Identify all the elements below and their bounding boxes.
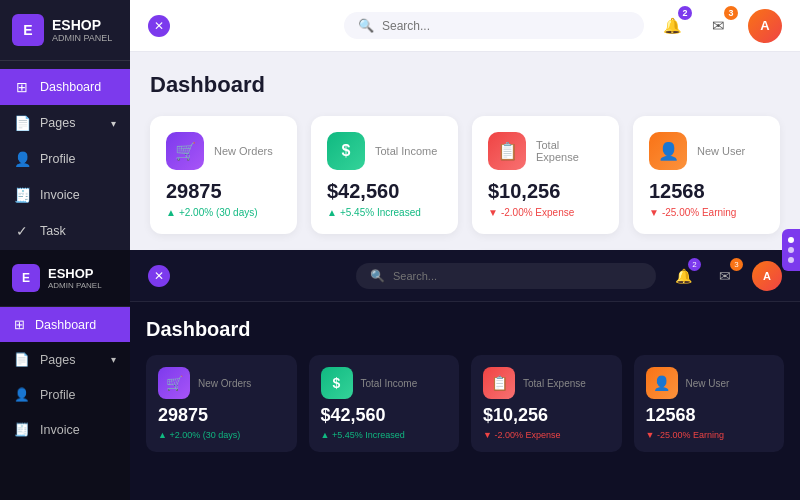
stat-card-income: $ Total Income $42,560 ▲ +5.45% Increase… (311, 116, 458, 234)
dark-nav-profile[interactable]: 👤 Profile (0, 377, 130, 412)
close-button[interactable]: ✕ (148, 15, 170, 37)
dark-close-button[interactable]: ✕ (148, 265, 170, 287)
dark-nav-invoice[interactable]: 🧾 Invoice (0, 412, 130, 447)
down-arrow-icon: ▼ (649, 207, 659, 218)
logo-text: ESHOP ADMIN PANEL (52, 17, 112, 43)
dark-brand-name: ESHOP (48, 266, 102, 281)
notifications-button[interactable]: 🔔 2 (656, 10, 688, 42)
sidebar-label-dashboard: Dashboard (40, 80, 101, 94)
brand-name: ESHOP (52, 17, 112, 33)
dark-logo-icon: E (12, 264, 40, 292)
right-tab[interactable] (782, 229, 800, 271)
dark-invoice-icon: 🧾 (14, 422, 30, 437)
tab-dot-3 (788, 257, 794, 263)
profile-icon: 👤 (14, 151, 30, 167)
expense-change: ▼ -2.00% Expense (488, 207, 603, 218)
users-value: 12568 (649, 180, 764, 203)
search-icon: 🔍 (358, 18, 374, 33)
orders-change: ▲ +2.00% (30 days) (166, 207, 281, 218)
up-arrow-icon: ▲ (166, 207, 176, 218)
pages-icon: 📄 (14, 115, 30, 131)
sidebar-label-profile: Profile (40, 152, 75, 166)
sidebar-label-task: Task (40, 224, 66, 238)
income-label: Total Income (375, 145, 437, 157)
dark-users-change: ▼ -25.00% Earning (646, 430, 773, 440)
dark-messages-button[interactable]: ✉ 3 (710, 261, 740, 291)
dark-main-content: Dashboard 🛒 New Orders 29875 ▲ +2.00% (3… (130, 302, 800, 500)
sidebar-item-invoice[interactable]: 🧾 Invoice (0, 177, 130, 213)
dark-bell-badge: 2 (688, 258, 701, 271)
dark-stat-orders: 🛒 New Orders 29875 ▲ +2.00% (30 days) (146, 355, 297, 452)
down-arrow-icon: ▼ (488, 207, 498, 218)
dark-orders-value: 29875 (158, 405, 285, 426)
dark-orders-icon: 🛒 (158, 367, 190, 399)
dark-pages-icon: 📄 (14, 352, 30, 367)
dark-search-icon: 🔍 (370, 269, 385, 283)
up-arrow-icon: ▲ (327, 207, 337, 218)
income-change: ▲ +5.45% Increased (327, 207, 442, 218)
dark-stat-income: $ Total Income $42,560 ▲ +5.45% Increase… (309, 355, 460, 452)
dark-label-invoice: Invoice (40, 423, 80, 437)
stat-card-orders: 🛒 New Orders 29875 ▲ +2.00% (30 days) (150, 116, 297, 234)
invoice-icon: 🧾 (14, 187, 30, 203)
dark-mail-badge: 3 (730, 258, 743, 271)
logo-icon: E (12, 14, 44, 46)
search-bar[interactable]: 🔍 (344, 12, 644, 39)
expense-icon: 📋 (488, 132, 526, 170)
dark-label-profile: Profile (40, 388, 75, 402)
dark-expense-change: ▼ -2.00% Expense (483, 430, 610, 440)
chevron-down-icon: ▾ (111, 118, 116, 129)
dashboard-icon: ⊞ (14, 79, 30, 95)
dark-income-value: $42,560 (321, 405, 448, 426)
bell-badge: 2 (678, 6, 692, 20)
tab-dot-1 (788, 237, 794, 243)
dark-income-icon: $ (321, 367, 353, 399)
user-avatar[interactable]: A (748, 9, 782, 43)
page-title: Dashboard (150, 72, 780, 98)
search-input[interactable] (382, 19, 630, 33)
orders-icon: 🛒 (166, 132, 204, 170)
users-icon: 👤 (649, 132, 687, 170)
dark-logo: E ESHOP ADMIN PANEL (0, 250, 130, 307)
orders-label: New Orders (214, 145, 273, 157)
dark-sidebar: E ESHOP ADMIN PANEL ⊞ Dashboard 📄 Pages … (0, 250, 130, 500)
messages-button[interactable]: ✉ 3 (702, 10, 734, 42)
dark-income-change: ▲ +5.45% Increased (321, 430, 448, 440)
topbar-icons: 🔔 2 ✉ 3 A (656, 9, 782, 43)
dark-user-avatar[interactable]: A (752, 261, 782, 291)
tab-dot-2 (788, 247, 794, 253)
users-label: New User (697, 145, 745, 157)
users-change: ▼ -25.00% Earning (649, 207, 764, 218)
dark-stats-row: 🛒 New Orders 29875 ▲ +2.00% (30 days) $ … (146, 355, 784, 452)
dark-users-icon: 👤 (646, 367, 678, 399)
brand-sub: ADMIN PANEL (52, 33, 112, 43)
dark-notifications-button[interactable]: 🔔 2 (668, 261, 698, 291)
expense-label: Total Expense (536, 139, 603, 163)
sidebar-item-dashboard[interactable]: ⊞ Dashboard (0, 69, 130, 105)
sidebar-item-profile[interactable]: 👤 Profile (0, 141, 130, 177)
dark-orders-label: New Orders (198, 378, 251, 389)
dark-search-bar[interactable]: 🔍 (356, 263, 656, 289)
topbar: ✕ 🔍 🔔 2 ✉ 3 A (130, 0, 800, 52)
dark-page-title: Dashboard (146, 318, 784, 341)
dark-search-input[interactable] (393, 270, 642, 282)
expense-value: $10,256 (488, 180, 603, 203)
dark-label-pages: Pages (40, 353, 75, 367)
dark-expense-icon: 📋 (483, 367, 515, 399)
income-value: $42,560 (327, 180, 442, 203)
dark-users-label: New User (686, 378, 730, 389)
mail-badge: 3 (724, 6, 738, 20)
dark-overlay: E ESHOP ADMIN PANEL ⊞ Dashboard 📄 Pages … (0, 250, 800, 500)
sidebar-item-task[interactable]: ✓ Task (0, 213, 130, 249)
dark-users-value: 12568 (646, 405, 773, 426)
income-icon: $ (327, 132, 365, 170)
sidebar-item-pages[interactable]: 📄 Pages ▾ (0, 105, 130, 141)
orders-value: 29875 (166, 180, 281, 203)
dark-expense-value: $10,256 (483, 405, 610, 426)
sidebar-label-invoice: Invoice (40, 188, 80, 202)
stat-card-users: 👤 New User 12568 ▼ -25.00% Earning (633, 116, 780, 234)
stat-card-expense: 📋 Total Expense $10,256 ▼ -2.00% Expense (472, 116, 619, 234)
dark-nav-dashboard[interactable]: ⊞ Dashboard (0, 307, 130, 342)
dark-nav-pages[interactable]: 📄 Pages ▾ (0, 342, 130, 377)
dark-logo-text: ESHOP ADMIN PANEL (48, 266, 102, 290)
